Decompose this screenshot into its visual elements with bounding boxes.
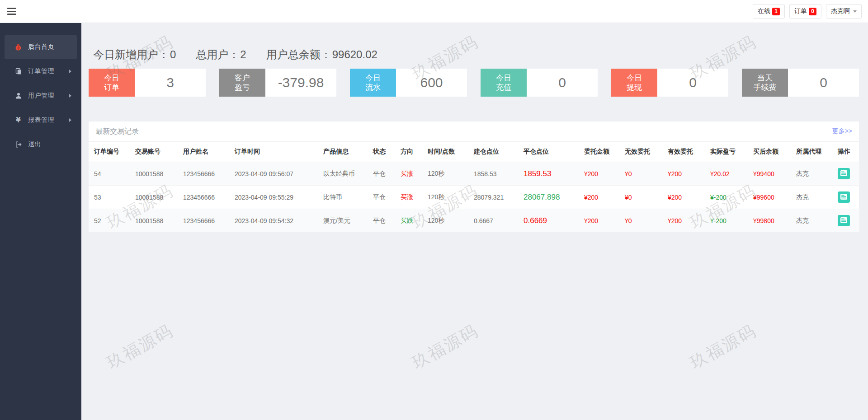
table-cell: ¥200 [664,186,707,209]
cell-text: 杰克 [796,217,809,224]
table-cell: 28079.321 [470,186,520,209]
orders-label: 订单 [794,7,807,15]
table-cell: ¥200 [664,162,707,186]
cell-text: 10001588 [135,194,163,201]
action-cell [834,209,859,233]
table-cell: ¥-200 [707,186,750,209]
table-cell: 120秒 [424,162,470,186]
cell-text: 杰克 [796,170,809,177]
detail-icon [840,217,848,225]
cell-text: 54 [94,170,101,177]
stat-card-value: 0 [657,69,728,97]
sidebar-item-label: 报表管理 [28,116,69,124]
cell-text: ¥0 [625,217,632,224]
cell-text: 1858.53 [474,170,497,177]
watermark: 玖福源码 [686,319,760,374]
table-cell: 平仓 [369,162,397,186]
topbar: 在线 1 订单 0 杰克啊 [0,0,868,23]
column-header: 用户姓名 [179,142,231,162]
cell-text: 2023-04-09 09:56:07 [235,170,293,177]
cell-text: ¥200 [584,217,598,224]
table-cell: ¥0 [621,186,664,209]
sidebar: 后台首页订单管理用户管理¥报表管理退出 [0,23,81,420]
table-cell: 澳元/美元 [320,209,369,233]
main-content: 今日新增用户：0总用户：2用户总余额：99620.02 今日订单3客户盈亏-37… [81,23,868,233]
table-cell: ¥200 [580,186,621,209]
panel-title: 最新交易记录 [95,127,139,136]
table-cell: 杰克 [793,162,834,186]
cell-text: 0.6669 [524,216,547,225]
online-button[interactable]: 在线 1 [753,4,785,19]
orders-button[interactable]: 订单 0 [789,4,821,19]
stat-card-value: 600 [396,69,467,97]
hamburger-menu-icon[interactable] [7,6,17,17]
table-cell: ¥0 [621,162,664,186]
table-cell: 52 [89,209,132,233]
column-header: 交易账号 [132,142,179,162]
stat-item: 总用户：2 [196,47,246,62]
detail-icon [840,170,848,178]
order-detail-button[interactable] [838,215,850,226]
table-cell: ¥99400 [750,162,793,186]
cell-text: 120秒 [428,217,444,224]
action-cell [834,186,859,209]
table-cell: ¥200 [580,162,621,186]
orders-badge: 0 [809,8,816,15]
trades-table: 订单编号交易账号用户姓名订单时间产品信息状态方向时间/点数建仓点位平仓点位委托金… [89,142,859,233]
table-cell: 平仓 [369,209,397,233]
cell-text: ¥99600 [753,194,774,201]
table-cell: 2023-04-09 09:54:32 [231,209,320,233]
cell-text: ¥-200 [710,217,726,224]
stat-card-label: 今日订单 [89,69,135,97]
cell-text: 10001588 [135,170,163,177]
cell-text: 120秒 [428,170,444,177]
topbar-right: 在线 1 订单 0 杰克啊 [753,4,862,19]
more-link[interactable]: 更多>> [832,127,852,135]
stat-value: 0 [170,48,176,61]
stat-value: 2 [240,48,246,61]
column-header: 委托金额 [580,142,621,162]
sidebar-item-2[interactable]: 用户管理 [5,84,77,108]
table-cell: 1859.53 [520,162,580,186]
cell-text: ¥200 [584,170,598,177]
stat-card-label: 当天手续费 [742,69,788,97]
yen-icon: ¥ [14,117,22,124]
sidebar-item-4[interactable]: 退出 [5,132,77,157]
cell-text: 1859.53 [524,169,551,178]
cell-text: 以太经典币 [323,170,355,177]
sidebar-item-1[interactable]: 订单管理 [5,59,77,84]
order-detail-button[interactable] [838,191,850,203]
table-cell: 买跌 [397,209,424,233]
stat-value: 99620.02 [332,48,377,61]
stat-card-label: 今日流水 [350,69,396,97]
user-menu-button[interactable]: 杰克啊 [826,4,862,19]
user-icon [14,92,22,100]
cell-text: 28079.321 [474,194,504,201]
cell-text: 123456666 [183,217,215,224]
table-cell: 买涨 [397,162,424,186]
table-row: 54100015881234566662023-04-09 09:56:07以太… [89,162,859,186]
table-cell: 10001588 [132,162,179,186]
watermark: 玖福源码 [408,319,482,374]
order-detail-button[interactable] [838,168,850,179]
cell-text: 买涨 [401,170,413,177]
cell-text: ¥200 [668,194,682,201]
table-cell: 54 [89,162,132,186]
cell-text: ¥20.02 [710,170,730,177]
column-header: 状态 [369,142,397,162]
cell-text: ¥200 [668,170,682,177]
cell-text: ¥0 [625,194,632,201]
column-header: 实际盈亏 [707,142,750,162]
table-cell: 28067.898 [520,186,580,209]
cell-text: 28067.898 [524,193,560,201]
stat-card-value: 3 [135,69,206,97]
sidebar-item-0[interactable]: 后台首页 [5,35,77,59]
table-cell: 2023-04-09 09:55:29 [231,186,320,209]
sidebar-item-3[interactable]: ¥报表管理 [5,108,77,132]
table-cell: ¥0 [621,209,664,233]
cell-text: ¥200 [668,217,682,224]
table-cell: 杰克 [793,186,834,209]
table-cell: 0.6669 [520,209,580,233]
stat-card-value: -379.98 [265,69,336,97]
cell-text: 杰克 [796,193,809,201]
